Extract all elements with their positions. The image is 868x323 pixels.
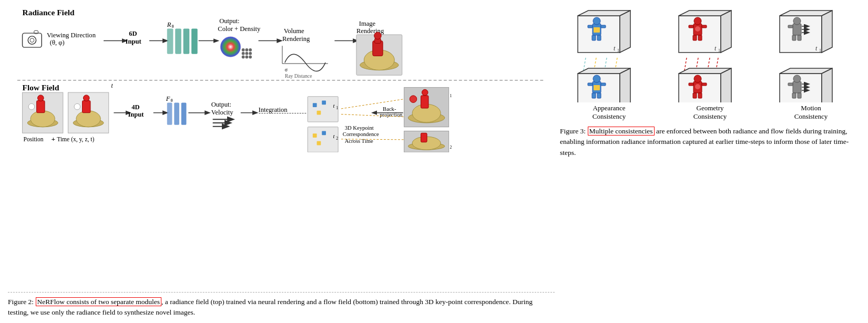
svg-text:Volume: Volume [284, 27, 304, 35]
svg-rect-84 [317, 111, 321, 115]
consistency-diagrams: t 1 [560, 5, 860, 121]
geometry-consistency-label: GeometryConsistency [693, 104, 727, 121]
motion-consistency-diagram: t 1 [767, 8, 856, 102]
diagram-area: Radiance Field Viewing Direction (θ, φ) [8, 5, 555, 293]
svg-rect-1 [23, 33, 42, 47]
svg-text:1: 1 [819, 48, 821, 53]
svg-point-107 [422, 89, 428, 96]
appearance-consistency-diagram: t 1 [565, 8, 654, 102]
svg-rect-153 [698, 35, 702, 40]
svg-text:6D: 6D [129, 30, 137, 37]
svg-rect-168 [693, 93, 697, 98]
svg-rect-71 [181, 102, 187, 124]
svg-rect-106 [421, 96, 428, 108]
svg-rect-81 [308, 97, 338, 122]
svg-rect-188 [793, 81, 801, 93]
geometry-consistency-diagram: t 1 [666, 8, 755, 102]
svg-point-3 [30, 38, 34, 43]
geometry-consistency-item: t 1 [666, 8, 755, 121]
svg-text:Color + Density: Color + Density [218, 25, 261, 33]
svg-rect-121 [588, 25, 593, 28]
svg-point-23 [249, 48, 252, 51]
svg-point-53 [28, 103, 35, 110]
right-panel: t 1 [560, 5, 860, 318]
svg-rect-88 [313, 133, 317, 138]
radiance-field-title: Radiance Field [23, 8, 75, 17]
svg-marker-146 [721, 11, 731, 53]
svg-text:Input: Input [126, 38, 142, 45]
appearance-consistency-label: AppearanceConsistency [593, 104, 626, 121]
svg-marker-174 [822, 11, 832, 53]
svg-rect-169 [698, 93, 702, 98]
svg-text:σ: σ [285, 67, 288, 72]
svg-point-50 [30, 111, 55, 127]
caption-fig2-label: Figure 2: [8, 298, 36, 306]
svg-rect-89 [322, 131, 326, 135]
svg-rect-141 [597, 93, 601, 98]
svg-rect-69 [167, 102, 172, 124]
svg-point-24 [242, 52, 245, 55]
svg-point-167 [695, 84, 700, 89]
svg-marker-134 [620, 68, 630, 102]
svg-text:Rendering: Rendering [282, 35, 310, 43]
svg-point-58 [83, 95, 89, 101]
motion-consistency-item: t 1 [767, 8, 856, 121]
svg-point-136 [593, 75, 600, 82]
svg-rect-16 [191, 28, 198, 54]
svg-rect-150 [702, 25, 707, 28]
svg-rect-149 [689, 25, 693, 28]
svg-point-120 [593, 17, 600, 25]
svg-text:F: F [166, 95, 170, 102]
fig3-label: Figure 3: [560, 127, 588, 135]
svg-rect-83 [322, 101, 326, 105]
svg-rect-125 [597, 35, 601, 40]
svg-text:1: 1 [336, 106, 338, 110]
svg-point-56 [76, 111, 100, 127]
svg-text:Back-: Back- [383, 106, 396, 112]
svg-point-189 [793, 75, 801, 82]
svg-text:1: 1 [450, 93, 452, 98]
svg-rect-137 [588, 83, 593, 86]
svg-rect-194 [792, 93, 796, 98]
svg-point-108 [410, 96, 417, 103]
svg-rect-165 [689, 83, 693, 86]
svg-point-52 [38, 95, 44, 101]
svg-marker-162 [721, 68, 731, 102]
svg-rect-90 [317, 141, 321, 145]
svg-rect-177 [788, 25, 793, 28]
svg-rect-14 [175, 28, 181, 54]
svg-point-148 [694, 17, 701, 25]
svg-rect-140 [592, 93, 596, 98]
svg-rect-13 [167, 28, 173, 54]
svg-point-151 [695, 26, 700, 32]
main-container: Radiance Field Viewing Direction (θ, φ) [0, 0, 868, 323]
svg-text:Viewing Direction: Viewing Direction [47, 32, 96, 39]
svg-point-164 [694, 75, 701, 82]
svg-point-59 [74, 103, 80, 110]
caption-fig2-highlight: NeRFlow consists of two separate modules [36, 297, 162, 306]
svg-rect-139 [594, 85, 600, 90]
svg-text:θ: θ [171, 24, 173, 29]
svg-text:t: t [111, 82, 114, 89]
motion-consistency-label: MotionConsistency [794, 104, 828, 121]
svg-point-45 [374, 32, 382, 39]
svg-point-27 [242, 56, 245, 59]
svg-text:(θ, φ): (θ, φ) [50, 39, 65, 46]
svg-text:Image: Image [359, 20, 376, 27]
left-panel: Radiance Field Viewing Direction (θ, φ) [8, 5, 555, 318]
svg-point-2 [28, 36, 36, 44]
svg-text:4D: 4D [131, 103, 139, 111]
svg-text:Flow Field: Flow Field [23, 83, 59, 92]
svg-rect-166 [702, 83, 707, 86]
svg-text:Output:: Output: [211, 101, 231, 108]
figure3-caption: Figure 3: Multiple consistencies are enf… [560, 123, 860, 158]
svg-marker-118 [620, 11, 630, 53]
svg-rect-15 [183, 28, 190, 54]
svg-text:Output:: Output: [219, 17, 239, 25]
svg-text:1: 1 [718, 48, 720, 53]
svg-text:+: + [52, 135, 56, 143]
svg-text:projection: projection [380, 112, 403, 118]
svg-rect-195 [798, 93, 801, 98]
svg-point-21 [242, 48, 245, 51]
svg-marker-187 [822, 68, 832, 102]
